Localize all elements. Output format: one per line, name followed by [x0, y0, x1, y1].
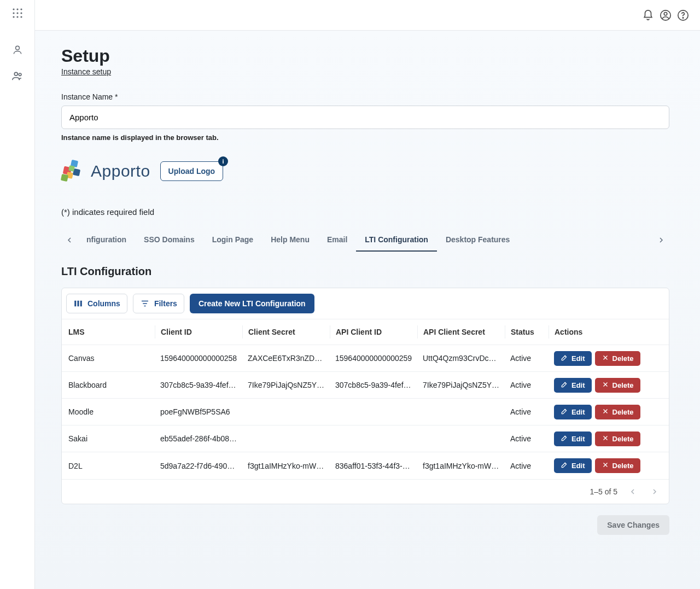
tab-scroll-right-icon[interactable]: [653, 236, 669, 244]
user-icon[interactable]: [12, 44, 23, 57]
col-header-lms[interactable]: LMS: [67, 325, 155, 339]
table-row: Sakaieb55adef-286f-4b08-…ActiveEditDelet…: [62, 425, 669, 452]
col-header-client-id[interactable]: Client ID: [155, 325, 242, 339]
pagination-next-icon[interactable]: [648, 485, 661, 498]
columns-button[interactable]: Columns: [66, 294, 127, 313]
create-lti-button[interactable]: Create New LTI Configuration: [190, 294, 314, 313]
cell-client-id: 5d9a7a22-f7d6-4901-…: [155, 462, 242, 470]
cell-status: Active: [505, 407, 549, 416]
close-icon: [602, 434, 609, 444]
cell-client-id: poeFgNWBf5P5SA6: [155, 407, 242, 416]
bell-icon[interactable]: [642, 9, 654, 21]
brand-text: Apporto: [91, 162, 150, 180]
pencil-icon: [561, 381, 568, 390]
pencil-icon: [561, 461, 568, 470]
instance-name-input[interactable]: [61, 106, 669, 129]
svg-point-0: [13, 8, 14, 10]
pencil-icon: [561, 407, 568, 417]
edit-button[interactable]: Edit: [554, 378, 592, 393]
account-icon[interactable]: [660, 9, 672, 21]
filters-button[interactable]: Filters: [133, 294, 184, 313]
content-area: Setup Instance setup Instance Name * Ins…: [35, 31, 700, 589]
instance-name-label: Instance Name *: [61, 92, 669, 101]
filter-icon: [140, 299, 150, 308]
breadcrumb-instance-setup[interactable]: Instance setup: [61, 67, 111, 76]
apps-grid-icon[interactable]: [12, 8, 23, 20]
help-icon[interactable]: [677, 9, 689, 21]
pencil-icon: [561, 434, 568, 444]
cell-actions: EditDelete: [549, 405, 636, 419]
save-changes-button[interactable]: Save Changes: [597, 515, 669, 535]
cell-api-client-id: 159640000000000259: [330, 354, 417, 363]
brand-logo: Apporto: [61, 159, 150, 183]
col-header-actions[interactable]: Actions: [549, 325, 636, 339]
delete-button[interactable]: Delete: [595, 405, 640, 419]
cell-client-id: 307cb8c5-9a39-4fef-b…: [155, 381, 242, 389]
cell-status: Active: [505, 381, 549, 389]
close-icon: [602, 461, 609, 470]
col-header-api-client-secret[interactable]: API Client Secret: [417, 325, 505, 339]
svg-point-2: [20, 8, 22, 10]
tab-nfiguration[interactable]: nfiguration: [78, 229, 135, 252]
info-icon[interactable]: i: [218, 156, 228, 166]
cell-lms: Sakai: [67, 434, 155, 443]
tab-scroll-left-icon[interactable]: [61, 236, 78, 244]
tab-sso-domains[interactable]: SSO Domains: [135, 229, 203, 252]
edit-button[interactable]: Edit: [554, 431, 592, 446]
svg-point-10: [14, 72, 18, 75]
table-row: MoodlepoeFgNWBf5P5SA6ActiveEditDelete: [62, 399, 669, 425]
svg-rect-18: [80, 301, 82, 307]
cell-lms: Blackboard: [67, 381, 155, 389]
col-header-api-client-id[interactable]: API Client ID: [330, 325, 417, 339]
cell-client-secret: 7Ike79PiJajQsNZ5YV…: [242, 381, 330, 389]
cell-actions: EditDelete: [549, 458, 636, 473]
tab-email[interactable]: Email: [318, 229, 356, 252]
cell-actions: EditDelete: [549, 431, 636, 446]
logo-mark-icon: [61, 159, 85, 183]
svg-point-1: [16, 8, 18, 10]
delete-button[interactable]: Delete: [595, 431, 640, 446]
table-row: D2L5d9a7a22-f7d6-4901-…f3gt1aIMHzYko-mWU…: [62, 452, 669, 479]
cell-client-secret: ZAXCeE6TxR3nZDnQ…: [242, 354, 330, 363]
edit-button[interactable]: Edit: [554, 351, 592, 366]
col-header-status[interactable]: Status: [505, 325, 549, 339]
required-field-note: (*) indicates required field: [61, 207, 669, 217]
section-title: LTI Configuration: [61, 265, 669, 278]
delete-button[interactable]: Delete: [595, 378, 640, 393]
lti-table-card: Columns Filters Create New LTI Configura…: [61, 288, 669, 504]
pagination-range: 1–5 of 5: [590, 487, 617, 496]
tab-desktop-features[interactable]: Desktop Features: [437, 229, 518, 252]
edit-button[interactable]: Edit: [554, 405, 592, 419]
cell-api-client-id: 307cb8c5-9a39-4fef-b…: [330, 381, 417, 389]
svg-point-11: [19, 73, 21, 76]
tab-lti-configuration[interactable]: LTI Configuration: [356, 229, 437, 252]
pagination-prev-icon[interactable]: [626, 485, 639, 498]
svg-point-4: [16, 12, 18, 14]
tabs: nfigurationSSO DomainsLogin PageHelp Men…: [61, 229, 669, 252]
svg-point-6: [13, 16, 14, 18]
delete-button[interactable]: Delete: [595, 351, 640, 366]
cell-status: Active: [505, 354, 549, 363]
cell-actions: EditDelete: [549, 378, 636, 393]
page-title: Setup: [61, 46, 669, 66]
tab-login-page[interactable]: Login Page: [203, 229, 262, 252]
svg-rect-17: [78, 301, 79, 307]
table-row: Canvas159640000000000258ZAXCeE6TxR3nZDnQ…: [62, 345, 669, 372]
columns-icon: [73, 299, 83, 308]
users-icon[interactable]: [11, 70, 24, 84]
svg-point-8: [20, 16, 22, 18]
tab-help-menu[interactable]: Help Menu: [262, 229, 318, 252]
upload-logo-button[interactable]: Upload Logo: [160, 161, 224, 181]
pencil-icon: [561, 354, 568, 363]
topbar: [35, 0, 700, 31]
col-header-client-secret[interactable]: Client Secret: [242, 325, 330, 339]
svg-point-15: [682, 17, 683, 18]
svg-point-7: [16, 16, 18, 18]
cell-api-client-id: 836aff01-53f3-44f3-b…: [330, 462, 417, 470]
delete-button[interactable]: Delete: [595, 458, 640, 473]
cell-lms: D2L: [67, 462, 155, 470]
cell-client-id: 159640000000000258: [155, 354, 242, 363]
edit-button[interactable]: Edit: [554, 458, 592, 473]
cell-lms: Canvas: [67, 354, 155, 363]
close-icon: [602, 381, 609, 390]
